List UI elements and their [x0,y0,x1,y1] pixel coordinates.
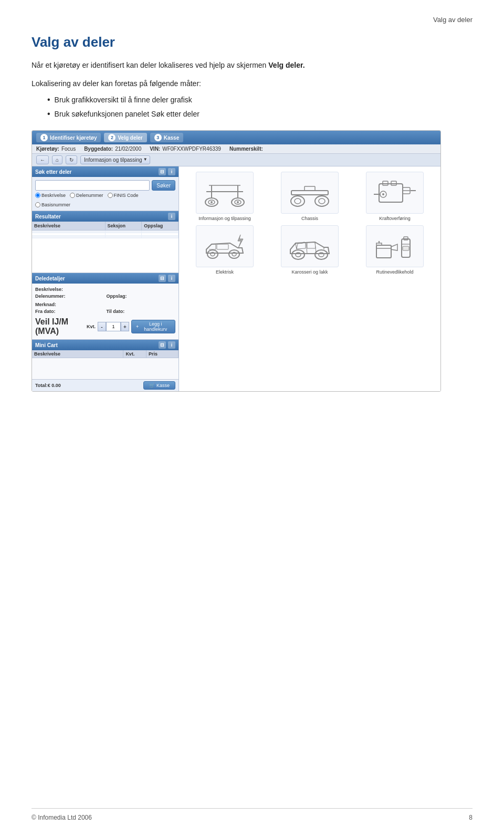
svg-point-11 [237,201,239,203]
vehicle-value-make: Focus [61,146,76,152]
bullet-text-2: Bruk søkefunksjonen panelet Søk etter de… [55,109,200,120]
vehicle-info-bar: Kjøretøy: Focus Byggedato: 21/02/2000 VI… [32,144,440,154]
details-content: Beskrivelse: Delenummer: Oppslag: Merkna… [32,284,178,339]
checkout-icon: 🛒 [149,383,155,388]
radio-basis-input[interactable] [35,202,40,207]
quantity-stepper[interactable]: - + [98,322,129,331]
radio-basis[interactable]: Basisnummer [35,202,70,207]
svg-rect-12 [291,191,328,195]
qty-decrease-button[interactable]: - [98,322,106,331]
step-2[interactable]: 2 Velg deler [104,133,146,142]
detail-label-oppslag: Oppslag: [107,294,149,299]
detail-label-beskrivelse: Beskrivelse: [35,287,77,292]
search-input[interactable] [35,180,150,191]
qty-row: Veil IJ/M (MVA) Kvt. - + + Legg i handle… [35,317,175,336]
mini-cart-expand-icon[interactable]: ⊟ [159,341,166,349]
step-3-label: Kasse [164,135,179,141]
add-to-cart-label: Legg i handlekurv [140,321,171,332]
left-panel: Søk etter deler ⊟ i Søker Beskrivelse [32,166,179,391]
step-1[interactable]: 1 Identifiser kjøretøy [36,133,101,142]
table-row[interactable] [32,236,178,238]
graphic-item-maintenance[interactable]: Rutinevedlikehold [354,225,435,275]
step-1-num: 1 [40,134,48,141]
detail-row-dates: Fra dato: Til dato: [35,309,175,316]
radio-beskrivelse[interactable]: Beskrivelse [35,193,66,198]
results-title: Resultater [35,214,61,219]
search-info-icon[interactable]: i [168,168,175,175]
detail-fra-dato: Fra dato: [35,309,104,314]
radio-delenummer-input[interactable] [70,193,75,198]
mini-cart-header: Mini Cart ⊟ i [32,340,178,350]
graphic-box-body [281,225,339,267]
add-to-cart-button[interactable]: + Legg i handlekurv [131,320,175,333]
page-header-title: Valg av deler [32,16,472,24]
svg-rect-35 [217,244,228,249]
bullet-text-1: Bruk grafikkoversikt til å finne deler g… [55,95,192,106]
vehicle-field-make: Kjøretøy: Focus [36,146,76,152]
bullet-item-1: Bruk grafikkoversikt til å finne deler g… [47,95,472,106]
graphic-item-chassis[interactable]: Chassis [269,172,350,221]
cart-col-beskrivelse: Beskrivelse [32,350,123,358]
radio-finis[interactable]: FINIS Code [108,193,139,198]
page-footer: © Infomedia Ltd 2006 8 [32,808,472,821]
cell-seksjon [106,233,142,235]
app-screenshot: 1 Identifiser kjøretøy 2 Velg deler 3 Ka… [32,130,441,392]
svg-rect-47 [403,246,409,250]
radio-finis-input[interactable] [108,193,113,198]
graphic-label-info: Informasjon og tilpassing [198,216,251,221]
cart-col-kvt: Kvt. [123,350,146,358]
qty-input[interactable] [106,322,121,331]
right-panel: Informasjon og tilpassing [179,166,440,391]
graphic-label-electrical: Elektrisk [216,269,234,275]
graphic-item-info[interactable]: Informasjon og tilpassing [184,172,265,221]
intro-bold: Velg deler. [268,61,304,69]
svg-rect-42 [376,245,391,258]
graphic-item-body[interactable]: Karosseri og lakk [269,225,350,275]
search-expand-icon[interactable]: ⊟ [159,168,166,175]
powertrain-graphic-svg [371,176,418,210]
detail-row-beskrivelse: Beskrivelse: [35,287,175,292]
svg-point-16 [319,198,325,204]
details-expand-icon[interactable]: ⊟ [159,275,166,282]
radio-delenummer[interactable]: Delenummer [70,193,103,198]
chassis-graphic-svg [286,176,333,210]
mini-cart-title: Mini Cart [35,342,58,348]
vehicle-value-date: 21/02/2000 [115,146,141,152]
vehicle-field-plate: Nummerskilt: [229,146,265,152]
toolbar-dropdown-label: Informasjon og tilpassing [84,157,142,163]
graphic-box-info [196,172,254,214]
cell-seksjon [106,231,142,233]
graphic-label-chassis: Chassis [301,216,318,221]
detail-label-merknad: Merknad: [35,302,77,307]
detail-row-delenummer: Delenummer: Oppslag: [35,294,175,300]
toolbar-home-button[interactable]: ⌂ [52,155,62,164]
results-info-icon[interactable]: i [168,213,175,220]
toolbar-refresh-button[interactable]: ↻ [66,155,77,164]
checkout-button[interactable]: 🛒 Kasse [143,381,175,390]
qty-increase-button[interactable]: + [121,322,129,331]
search-section-header: Søk etter deler ⊟ i [32,166,178,177]
mini-cart-info-icon[interactable]: i [168,341,175,349]
maintenance-graphic-svg [371,229,418,264]
steps-bar: 1 Identifiser kjøretøy 2 Velg deler 3 Ka… [32,131,440,144]
graphic-item-electrical[interactable]: Elektrisk [184,225,265,275]
svg-rect-22 [379,184,403,202]
step-3[interactable]: 3 Kasse [150,133,183,142]
search-button[interactable]: Søker [152,180,175,191]
svg-point-37 [315,250,328,259]
radio-beskrivelse-input[interactable] [35,193,40,198]
methods-title: Lokalisering av deler kan foretas på føl… [32,78,472,89]
radio-delenummer-label: Delenummer [76,193,103,198]
details-info-icon[interactable]: i [168,275,175,282]
details-section-header: Deledetaljer ⊟ i [32,273,178,284]
chevron-down-icon: ▼ [143,157,148,162]
mini-cart: Mini Cart ⊟ i Beskrivelse Kvt. Pris Tota… [32,339,178,391]
svg-point-36 [292,250,304,259]
methods-list: Bruk grafikkoversikt til å finne deler g… [47,95,472,120]
graphic-item-powertrain[interactable]: Kraftoverføring [354,172,435,221]
toolbar-back-button[interactable]: ← [36,155,49,164]
search-options: Beskrivelse Delenummer FINIS Code Basisn… [35,193,175,207]
toolbar-dropdown[interactable]: Informasjon og tilpassing ▼ [80,155,150,164]
cell-beskrivelse [32,231,106,233]
footer-page-number: 8 [469,814,472,821]
